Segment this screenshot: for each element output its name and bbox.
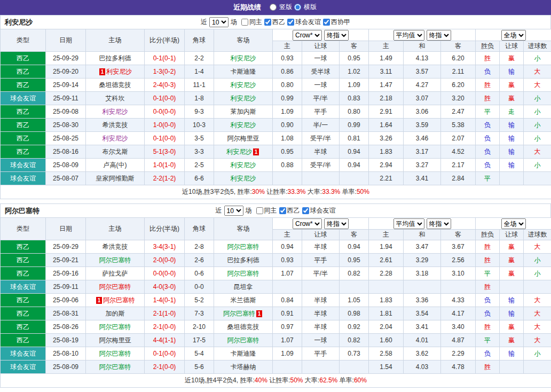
score-cell[interactable]: 1-3(0-2) <box>145 65 185 79</box>
filter-checkbox[interactable] <box>279 207 286 214</box>
team-name[interactable]: 布尔戈斯 <box>103 148 128 155</box>
team-name[interactable]: 萨拉戈萨 <box>103 270 128 277</box>
score-cell[interactable]: 4-4(1-1) <box>145 334 185 347</box>
team-name[interactable]: 利安尼沙 <box>231 81 256 89</box>
score-cell[interactable]: 4-0(3-0) <box>145 280 185 294</box>
team-name[interactable]: 加的斯 <box>106 310 125 317</box>
handicap-cell: 受半球 <box>302 65 340 79</box>
team-name[interactable]: 卡斯迪隆 <box>231 350 256 357</box>
avg-draw-cell: 3.06 <box>404 105 441 119</box>
layout-mode-radio[interactable] <box>270 4 277 11</box>
average-final-select[interactable]: 终指 <box>427 218 451 229</box>
away-odds-cell: 0.83 <box>340 92 369 105</box>
col-odds-handicap: 让球 <box>302 41 340 52</box>
odds-final-select[interactable]: 终指 <box>324 218 349 229</box>
result-goals-cell: 小 <box>524 347 551 360</box>
team-name[interactable]: 利安尼沙 <box>231 54 256 62</box>
team-name[interactable]: 利安尼沙 <box>231 95 256 102</box>
score-cell[interactable]: 2-1(0-0) <box>145 320 185 334</box>
average-select[interactable]: 平均值 <box>393 218 424 229</box>
team-name[interactable]: 利安尼沙 <box>231 175 256 182</box>
score-cell[interactable]: 5-1(3-0) <box>145 145 185 159</box>
team-name[interactable]: 阿尔梅里亚 <box>99 336 131 344</box>
team-name[interactable]: 卡塔赫纳 <box>231 363 256 371</box>
team-name[interactable]: 卡斯迪隆 <box>231 68 256 75</box>
score-cell[interactable]: 2-4(0-3) <box>145 79 185 92</box>
score-cell[interactable]: 2-1(0-0) <box>145 360 185 374</box>
team-name[interactable]: 阿尔巴塞特 <box>227 336 259 344</box>
home-odds-cell: 1.07 <box>273 334 302 347</box>
match-count-select[interactable]: 10 <box>209 17 229 27</box>
result-wdl-cell: 胜 <box>476 79 500 92</box>
filter-checkbox[interactable] <box>256 207 263 214</box>
team-name[interactable]: 艾科坎 <box>106 95 125 102</box>
team-name[interactable]: 皇家阿维勤斯 <box>96 175 135 182</box>
team-name[interactable]: 阿尔巴塞特 <box>99 256 131 264</box>
match-row: 西乙25-08-31加的斯2-1(1-0)7-3阿尔巴塞特10.91半球0.98… <box>1 307 551 320</box>
filter-checkbox[interactable] <box>302 207 309 214</box>
team-name[interactable]: 阿尔巴塞特 <box>99 350 131 357</box>
team-name[interactable]: 阿尔巴塞特 <box>227 243 259 250</box>
score-cell[interactable]: 0-0(0-0) <box>145 267 185 280</box>
team-name[interactable]: 利安尼沙 <box>103 108 128 115</box>
team-name[interactable]: 1阿尔巴塞特 <box>95 296 135 304</box>
team-name[interactable]: 莱加内斯 <box>231 108 256 115</box>
team-name[interactable]: 巴拉多利德 <box>99 54 131 62</box>
filter-checkbox[interactable] <box>323 19 330 26</box>
team-name[interactable]: 桑坦德竞技 <box>227 323 259 331</box>
avg-home-cell: 1.94 <box>369 240 404 254</box>
team-name[interactable]: 阿尔巴塞特 <box>99 323 131 331</box>
score-cell[interactable]: 1-4(0-1) <box>145 294 185 307</box>
team-name[interactable]: 利安尼沙1 <box>226 148 260 155</box>
avg-away-cell: 2.17 <box>441 159 476 172</box>
team-name[interactable]: 希洪竞技 <box>103 121 128 129</box>
filter-checkbox[interactable] <box>241 19 248 26</box>
average-select[interactable]: 平均值 <box>393 30 424 41</box>
filter-checkbox[interactable] <box>287 19 294 26</box>
score-cell[interactable]: 0-1(0-0) <box>145 92 185 105</box>
odds-final-select[interactable]: 终指 <box>324 30 349 41</box>
score-cell[interactable]: 2-0(0-0) <box>145 254 185 267</box>
team-name[interactable]: 阿尔巴塞特 <box>227 270 259 277</box>
match-date-cell: 25-08-16 <box>46 145 86 159</box>
team-name[interactable]: 利安尼沙 <box>103 135 128 142</box>
scope-select[interactable]: 全场 <box>501 218 526 229</box>
filter-checkboxes: 同主西乙球会友谊 <box>254 206 336 215</box>
team-name[interactable]: 希洪竞技 <box>103 243 128 250</box>
average-final-select[interactable]: 终指 <box>427 30 451 41</box>
summary-segment: 近10场,胜4平2负4, 胜率: <box>185 377 255 384</box>
score-cell[interactable]: 0-0(0-0) <box>145 105 185 119</box>
home-odds-cell: 0.80 <box>273 79 302 92</box>
team-name[interactable]: 巴拉多利德 <box>227 256 259 264</box>
odds-provider-select[interactable]: Crow* <box>293 30 322 41</box>
score-cell[interactable]: 2-1(1-0) <box>145 307 185 320</box>
team-name[interactable]: 阿尔巴塞特 <box>99 283 131 291</box>
team-name[interactable]: 米兰德斯 <box>231 296 256 304</box>
team-name[interactable]: 阿尔巴塞特1 <box>223 310 263 317</box>
score-cell[interactable]: 0-1(0-0) <box>145 132 185 145</box>
score-cell[interactable]: 2-2(1-2) <box>145 172 185 185</box>
team-name[interactable]: 利安尼沙 <box>231 121 256 129</box>
match-count-select[interactable]: 10 <box>224 206 243 216</box>
team-name[interactable]: 阿尔巴塞特 <box>99 363 131 371</box>
score-cell[interactable]: 3-4(3-1) <box>145 240 185 254</box>
odds-provider-select[interactable]: Crow* <box>293 218 322 229</box>
score-cell[interactable]: 1-0(1-0) <box>145 159 185 172</box>
match-date-cell: 25-09-16 <box>46 267 86 280</box>
score-cell[interactable]: 0-1(0-1) <box>145 52 185 65</box>
score-cell[interactable]: 1-0(0-0) <box>145 119 185 132</box>
team-name[interactable]: 阿尔梅里亚 <box>227 135 259 142</box>
scope-select[interactable]: 全场 <box>501 30 526 41</box>
corner-cell: 5-4 <box>185 347 214 360</box>
score-cell[interactable]: 0-1(0-0) <box>145 347 185 360</box>
match-date-cell: 25-08-31 <box>46 307 86 320</box>
team-name[interactable]: 昆坦拿 <box>234 283 253 291</box>
col-type: 类型 <box>1 29 46 52</box>
team-name[interactable]: 卢高(中) <box>104 161 127 169</box>
layout-mode-radio[interactable] <box>294 4 301 11</box>
filter-checkbox[interactable] <box>264 19 271 26</box>
team-name[interactable]: 1利安尼沙 <box>98 68 132 75</box>
team-name[interactable]: 利安尼沙 <box>231 161 256 169</box>
team-name[interactable]: 桑坦德竞技 <box>99 81 131 89</box>
result-wdl-cell: 平 <box>476 334 500 347</box>
